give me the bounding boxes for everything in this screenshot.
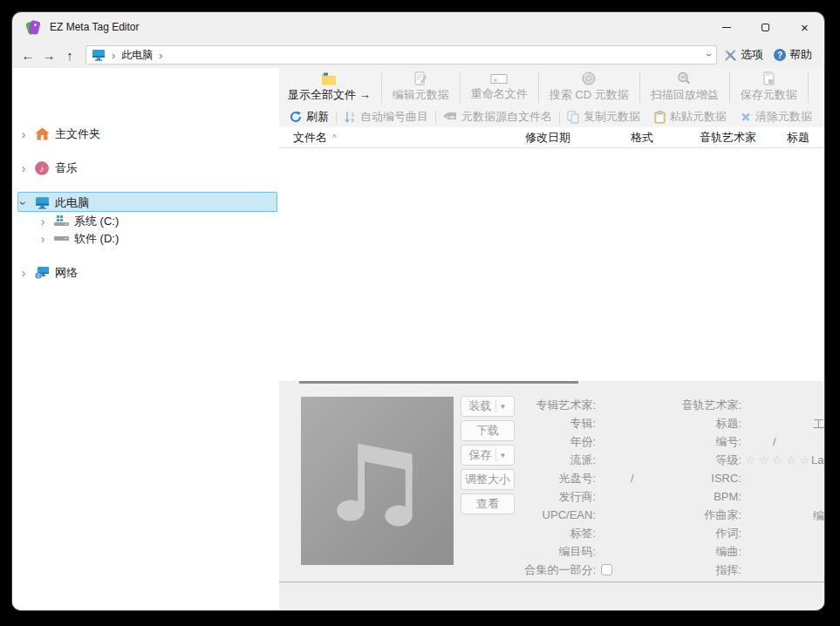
auto-number-icon: 19 [344, 111, 356, 124]
field-track-artist: 音轨艺术家: [628, 396, 741, 414]
field-genre: 流派: [488, 451, 596, 469]
minimize-icon [722, 27, 731, 28]
field-rating: 等级: ☆☆☆☆☆ [628, 451, 813, 469]
field-year: 年份: [488, 432, 596, 451]
titlebar[interactable]: EZ Meta Tag Editor × [12, 12, 824, 42]
scan-replaygain-button[interactable]: 扫描回放增益 [642, 68, 727, 106]
expand-chevron[interactable]: › [19, 266, 28, 280]
sidebar-item-label[interactable]: 此电脑 [55, 195, 89, 211]
expand-chevron[interactable]: › [19, 161, 28, 175]
compilation-checkbox[interactable] [601, 564, 612, 575]
help-button[interactable]: 帮助 [789, 47, 812, 63]
copy-metadata-button[interactable]: 复制元数据 [560, 109, 647, 125]
rename-file-button[interactable]: x 重命名文件 [462, 68, 536, 106]
expand-chevron[interactable]: › [38, 214, 47, 228]
sidebar-item-label[interactable]: 系统 (C:) [74, 214, 119, 229]
field-disc-number: 光盘号: / [488, 469, 634, 487]
breadcrumb-location[interactable]: 此电脑 [121, 48, 153, 63]
breadcrumb-separator: › [112, 49, 115, 62]
sidebar-item-drive-c[interactable]: › 系统 (C:) [12, 212, 279, 230]
breadcrumb[interactable]: › 此电脑 › › [85, 45, 717, 65]
clipped-fragment-composer-row: 编 [813, 508, 824, 524]
music-note-icon [325, 425, 430, 538]
column-header-track-artist[interactable]: 音轨艺术家 [686, 130, 773, 146]
app-icon [26, 20, 41, 35]
track-number-separator: / [773, 435, 776, 448]
sidebar-item-drive-d[interactable]: › 软件 (D:) [12, 229, 279, 248]
sidebar-item-label[interactable]: 音乐 [55, 160, 78, 176]
close-button[interactable]: × [785, 12, 824, 42]
sidebar-item-home[interactable]: › 主文件夹 [12, 125, 279, 143]
app-window: EZ Meta Tag Editor × ← → ↑ › 此电脑 › › 选项 … [12, 12, 824, 610]
file-list[interactable] [279, 148, 824, 381]
maximize-button[interactable] [746, 12, 785, 42]
computer-icon [35, 196, 50, 209]
edit-metadata-button[interactable]: 编辑元数据 [384, 68, 458, 106]
breadcrumb-separator-2[interactable]: › [159, 49, 162, 62]
toolbar-separator [538, 71, 539, 103]
sidebar-item-label[interactable]: 主文件夹 [55, 126, 100, 142]
refresh-button[interactable]: 刷新 [283, 109, 336, 125]
paste-metadata-button[interactable]: 粘贴元数据 [647, 109, 734, 125]
field-isrc: ISRC: [628, 469, 741, 487]
expand-chevron[interactable]: › [38, 232, 47, 246]
sidebar-item-label[interactable]: 软件 (D:) [74, 231, 119, 247]
field-track-number: 编号: / [628, 432, 776, 451]
splitter-handle[interactable] [299, 381, 578, 384]
computer-icon [92, 49, 106, 61]
column-header-filename[interactable]: 文件名^ [279, 130, 511, 146]
system-drive-icon [54, 214, 69, 228]
field-catalog-number: 编目码: [488, 542, 596, 561]
replaygain-scan-icon [677, 71, 692, 85]
metadata-panel: 装载▼ 下载 保存▼ 调整大小 查看 专辑艺术家: [279, 384, 824, 582]
forward-button[interactable]: → [38, 48, 59, 63]
up-button[interactable]: ↑ [59, 48, 80, 63]
sort-asc-icon: ^ [332, 133, 337, 143]
sidebar-item-label[interactable]: 网络 [55, 265, 78, 281]
network-icon [35, 266, 50, 279]
column-header-title[interactable]: 标题 [773, 130, 824, 146]
sidebar-item-this-pc[interactable]: › 此电脑 [12, 194, 279, 212]
metadata-from-filename-button[interactable]: 元数据源自文件名 [436, 109, 559, 125]
column-header-format[interactable]: 格式 [617, 130, 686, 146]
collapse-chevron[interactable]: › [17, 199, 31, 208]
cd-icon [582, 71, 596, 85]
svg-text:9: 9 [352, 118, 355, 123]
save-metadata-button[interactable]: 保存元数据 [732, 68, 806, 106]
search-cd-metadata-button[interactable]: 搜索 CD 元数据 [541, 68, 638, 106]
file-list-header: 文件名^ 修改日期 格式 音轨艺术家 标题 [279, 127, 824, 148]
toolbar-separator [639, 71, 640, 103]
toolbar-separator [729, 71, 730, 103]
album-art-placeholder[interactable] [301, 397, 454, 565]
field-part-of-compilation: 合集的一部分: [488, 561, 612, 579]
toolbar-separator [808, 71, 809, 103]
back-button[interactable]: ← [17, 48, 38, 63]
auto-number-tracks-button[interactable]: 19 自动编号曲目 [337, 109, 435, 125]
field-bpm: BPM: [628, 487, 741, 506]
field-album: 专辑: [488, 414, 596, 432]
folder-tree: › 主文件夹 › ♪ 音乐 › 此电脑 › [12, 68, 279, 610]
minimize-button[interactable] [707, 12, 746, 42]
secondary-toolbar: 刷新 19 自动编号曲目 元数据源自文件名 [279, 106, 824, 127]
clipped-fragment-title-row: 工 [813, 417, 824, 432]
expand-chevron[interactable]: › [19, 127, 28, 141]
sidebar-item-music[interactable]: › ♪ 音乐 [12, 159, 279, 177]
sidebar-item-network[interactable]: › 网络 [12, 263, 279, 282]
options-button[interactable]: 选项 [741, 47, 763, 63]
field-label: 标签: [488, 524, 596, 542]
clipped-fragment-rating-row: La [811, 453, 823, 466]
music-icon: ♪ [35, 161, 50, 174]
copy-icon [567, 111, 579, 124]
show-all-files-button[interactable]: 显示全部文件 → [279, 68, 379, 106]
clear-metadata-button[interactable]: 清除元数据 [734, 109, 819, 125]
close-icon: × [801, 21, 809, 34]
breadcrumb-dropdown-icon[interactable]: › [703, 53, 715, 57]
clear-x-icon [741, 112, 751, 122]
folder-icon [321, 72, 337, 85]
field-arranger: 编曲: [628, 542, 741, 561]
rename-textbox-icon: x [490, 73, 508, 85]
toolbar-separator [460, 71, 461, 103]
rating-stars[interactable]: ☆☆☆☆☆ [745, 453, 813, 466]
field-title: 标题: [628, 414, 741, 432]
column-header-modified-date[interactable]: 修改日期 [511, 130, 617, 146]
